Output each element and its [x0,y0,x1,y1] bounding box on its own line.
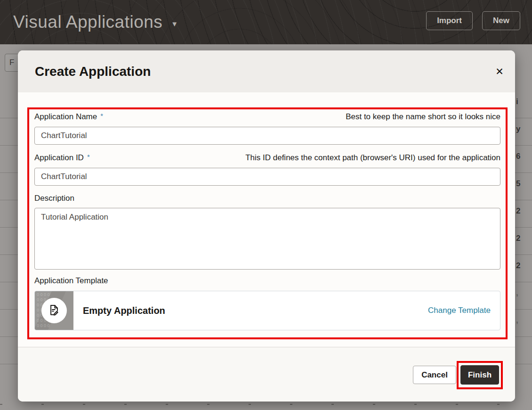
bg-pagination-dots [0,404,532,405]
application-template-label: Application Template [34,276,108,286]
dialog-title: Create Application [35,50,151,92]
required-asterisk: * [87,153,90,161]
dialog-header: Create Application ✕ [18,50,515,92]
page-title: Visual Applications [13,12,162,32]
cancel-button[interactable]: Cancel [413,366,456,384]
application-name-label: Application Name* [34,112,103,122]
bg-row-fragment: 5 [516,179,520,189]
app-switcher-dropdown[interactable]: Visual Applications ▼ [13,0,178,44]
close-icon[interactable]: ✕ [491,63,508,80]
application-id-input[interactable] [34,168,500,186]
template-icon-circle [41,298,67,323]
filter-fragment-text: F [9,58,14,67]
application-name-input[interactable] [34,127,500,145]
bg-row-fragment: i [516,97,518,107]
finish-button[interactable]: Finish [460,365,499,385]
application-id-hint: This ID defines the context path (browse… [245,153,500,163]
bg-row-fragment: 2 [516,206,520,216]
application-name-label-row: Application Name* Best to keep the name … [34,112,500,122]
description-textarea[interactable]: Tutorial Application [34,208,500,270]
template-card: Empty Application Change Template [34,291,500,330]
application-name-hint: Best to keep the name short so it looks … [346,112,500,122]
bg-row-fragment: y [516,124,520,134]
template-thumbnail [35,291,73,330]
bg-row-fragment: 2 [516,234,520,243]
new-button[interactable]: New [482,11,520,30]
top-bar: Visual Applications ▼ Import New [0,0,532,44]
application-id-label: Application ID* [34,153,90,163]
bg-row-fragment: , [516,288,518,298]
create-application-dialog: Create Application ✕ Application Name* B… [18,50,515,402]
bg-row-fragment: , [516,316,518,325]
topbar-actions: Import New [426,11,520,30]
description-label: Description [34,194,74,203]
bg-row-fragment: 6 [516,152,520,161]
bg-row-fragment: 2 [516,261,520,271]
document-edit-icon [47,303,61,318]
chevron-down-icon: ▼ [171,17,178,28]
template-name: Empty Application [83,305,165,316]
change-template-link[interactable]: Change Template [428,306,491,315]
import-button[interactable]: Import [426,11,473,30]
description-label-row: Description [34,194,500,204]
application-template-label-row: Application Template [34,276,500,287]
required-asterisk: * [100,112,103,120]
application-id-label-row: Application ID* This ID defines the cont… [34,153,500,163]
